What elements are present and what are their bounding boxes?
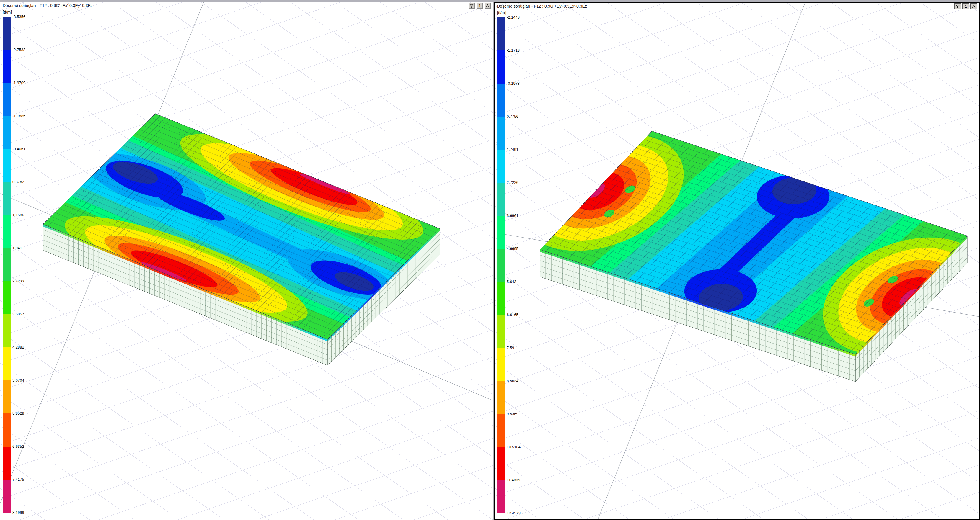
view-1-button[interactable]: 1 bbox=[962, 3, 969, 10]
scale-tick-label: 0.7756 bbox=[507, 114, 519, 119]
scale-tick-label: 3.6961 bbox=[507, 213, 519, 218]
viewport-left-background bbox=[0, 2, 493, 520]
scale-tick-label: 2.7233 bbox=[13, 279, 24, 283]
scale-band bbox=[3, 50, 11, 83]
collapse-button[interactable] bbox=[484, 3, 491, 9]
scale-band bbox=[3, 281, 11, 314]
scale-tick-label: 12.4573 bbox=[507, 511, 520, 515]
viewport-window-right: Döşeme sonuçları - F12 : 0.9G'+Ey'-0.3Ex… bbox=[494, 2, 980, 520]
scale-band bbox=[497, 51, 505, 84]
scale-tick-label: 7.59 bbox=[507, 346, 514, 350]
scale-tick-label: -2.7533 bbox=[13, 48, 25, 52]
viewport-right-background bbox=[495, 3, 979, 519]
scale-band bbox=[3, 480, 11, 513]
scale-band bbox=[3, 215, 11, 248]
scale-tick-label: 1.941 bbox=[13, 246, 22, 250]
filter-icon bbox=[469, 3, 474, 8]
scale-band bbox=[3, 447, 11, 480]
scale-band bbox=[497, 216, 505, 249]
scale-tick-label: 3.5057 bbox=[13, 312, 24, 316]
panel-title: Döşeme sonuçları - F12 : 0.9G'+Ex'-0.3Ey… bbox=[3, 3, 93, 8]
scale-tick-label: 8.1999 bbox=[13, 510, 24, 515]
scale-tick-label: 2.7226 bbox=[507, 180, 519, 185]
color-scale: -2.1448-1.1713-0.19780.77561.74912.72263… bbox=[497, 17, 541, 516]
scale-band bbox=[497, 348, 505, 381]
window-buttons: 1 bbox=[468, 3, 491, 9]
scale-band bbox=[497, 17, 505, 51]
viewport-window-left: Döşeme sonuçları - F12 : 0.9G'+Ex'-0.3Ey… bbox=[0, 2, 493, 520]
scale-tick-label: 10.5104 bbox=[507, 445, 520, 449]
scale-tick-label: -3.5356 bbox=[13, 14, 25, 19]
scale-band bbox=[3, 83, 11, 116]
panel-title: Döşeme sonuçları - F12 : 0.9G'+Ey'-0.3Ex… bbox=[497, 4, 587, 9]
scale-tick-label: -0.1978 bbox=[507, 81, 520, 86]
scale-tick-label: 6.6352 bbox=[13, 444, 24, 449]
scale-tick-label: 1.7491 bbox=[507, 147, 519, 152]
window-buttons: 1 bbox=[954, 3, 977, 10]
scale-band bbox=[3, 149, 11, 182]
scale-tick-label: 5.643 bbox=[507, 279, 516, 284]
scale-tick-label: -1.9709 bbox=[13, 81, 25, 85]
scale-band bbox=[3, 248, 11, 281]
scale-band bbox=[497, 480, 505, 513]
caret-up-icon bbox=[485, 3, 490, 8]
filter-button[interactable] bbox=[468, 3, 475, 9]
scale-tick-label: -1.1885 bbox=[13, 114, 25, 118]
legend-unit: [tf/m] bbox=[497, 10, 506, 15]
scale-band bbox=[497, 150, 505, 183]
scale-tick-label: -0.4061 bbox=[13, 147, 25, 151]
scale-tick-label: 7.4175 bbox=[13, 477, 24, 482]
scale-tick-label: -2.1448 bbox=[507, 15, 520, 19]
scale-tick-label: -1.1713 bbox=[507, 48, 520, 52]
scene-left[interactable] bbox=[0, 2, 493, 520]
scale-band bbox=[3, 380, 11, 414]
color-scale: -3.5356-2.7533-1.9709-1.1885-0.40610.376… bbox=[3, 17, 47, 515]
scale-tick-label: 6.6165 bbox=[507, 312, 519, 317]
scale-band bbox=[497, 183, 505, 216]
scale-band bbox=[497, 84, 505, 117]
scale-band bbox=[3, 314, 11, 347]
scale-band bbox=[497, 249, 505, 282]
view-1-label: 1 bbox=[965, 5, 967, 8]
scale-band bbox=[3, 414, 11, 447]
caret-up-icon bbox=[971, 4, 976, 9]
scale-band bbox=[3, 116, 11, 149]
scale-band bbox=[497, 315, 505, 348]
scale-tick-label: 5.8528 bbox=[13, 411, 24, 415]
scale-tick-label: 11.4839 bbox=[507, 478, 520, 482]
filter-icon bbox=[956, 4, 960, 9]
scale-band bbox=[497, 282, 505, 315]
view-1-label: 1 bbox=[478, 4, 480, 8]
scale-tick-label: 8.5634 bbox=[507, 379, 519, 383]
scale-band bbox=[3, 182, 11, 215]
legend-unit: [tf/m] bbox=[3, 10, 12, 14]
scene-right[interactable] bbox=[495, 3, 979, 519]
collapse-button[interactable] bbox=[970, 3, 977, 10]
scale-tick-label: 5.0704 bbox=[13, 378, 24, 382]
view-1-button[interactable]: 1 bbox=[476, 3, 483, 9]
scale-tick-label: 4.2881 bbox=[13, 345, 24, 349]
scale-band bbox=[3, 347, 11, 380]
scale-tick-label: 1.1586 bbox=[13, 213, 24, 217]
scale-tick-label: 4.6695 bbox=[507, 246, 519, 251]
scale-tick-label: 9.5369 bbox=[507, 412, 519, 416]
scale-band bbox=[497, 381, 505, 414]
scale-tick-label: 0.3762 bbox=[13, 180, 24, 184]
scale-band bbox=[497, 414, 505, 447]
scale-band bbox=[3, 17, 11, 50]
scale-band bbox=[497, 447, 505, 480]
scale-band bbox=[497, 117, 505, 150]
filter-button[interactable] bbox=[954, 3, 961, 10]
